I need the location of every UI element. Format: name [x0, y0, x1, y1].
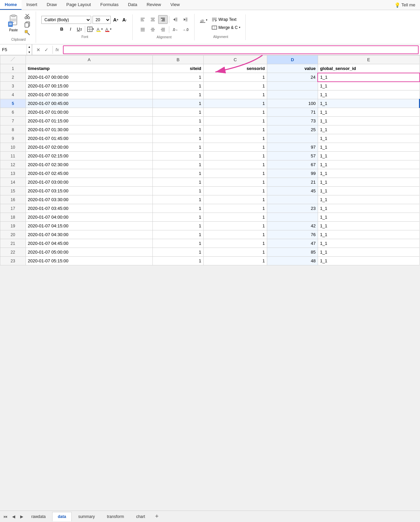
- cell-b3[interactable]: 1: [153, 82, 204, 90]
- cell-e21[interactable]: 1_1: [318, 239, 419, 248]
- cell-a5[interactable]: 2020-01-07 00:45:00: [26, 99, 153, 108]
- cell-a3[interactable]: 2020-01-07 00:15:00: [26, 82, 153, 90]
- cell-c1[interactable]: sensorid: [204, 64, 267, 73]
- cell-d11[interactable]: 57: [267, 152, 318, 160]
- cell-ref-up-arrow[interactable]: ▲: [27, 44, 32, 50]
- cell-d18[interactable]: [267, 213, 318, 222]
- cell-a11[interactable]: 2020-01-07 02:15:00: [26, 152, 153, 160]
- cell-c21[interactable]: 1: [204, 239, 267, 248]
- cell-d22[interactable]: 85: [267, 248, 318, 257]
- col-header-c[interactable]: C: [204, 55, 267, 64]
- italic-button[interactable]: I: [67, 25, 75, 33]
- font-color-button[interactable]: A ▾: [104, 25, 112, 33]
- cell-d20[interactable]: 76: [267, 230, 318, 239]
- cell-a18[interactable]: 2020-01-07 04:00:00: [26, 213, 153, 222]
- cell-e6[interactable]: 1_1: [318, 108, 419, 117]
- cell-e17[interactable]: 1_1: [318, 204, 419, 213]
- cell-e13[interactable]: 1_1: [318, 169, 419, 178]
- cell-e9[interactable]: 1_1: [318, 134, 419, 143]
- indent-decrease-button[interactable]: [171, 15, 180, 24]
- merge-cells-button[interactable]: Merge & C ▾: [209, 24, 243, 31]
- cell-c3[interactable]: 1: [204, 82, 267, 90]
- cell-c8[interactable]: 1: [204, 125, 267, 134]
- cell-ref-down-arrow[interactable]: ▼: [27, 50, 32, 55]
- cell-d1[interactable]: value: [267, 64, 318, 73]
- cell-e4[interactable]: 1_1: [318, 90, 419, 99]
- decrease-decimal-button[interactable]: .0←: [171, 25, 180, 34]
- cell-a21[interactable]: 2020-01-07 04:45:00: [26, 239, 153, 248]
- bold-button[interactable]: B: [58, 25, 66, 33]
- cell-e10[interactable]: 1_1: [318, 143, 419, 152]
- cell-e20[interactable]: 1_1: [318, 230, 419, 239]
- borders-button[interactable]: ▾: [86, 25, 95, 33]
- align-left-text-button[interactable]: [138, 25, 147, 34]
- cell-e5[interactable]: 1_1: [318, 99, 419, 108]
- tab-insert[interactable]: Insert: [22, 0, 42, 10]
- cell-e16[interactable]: 1_1: [318, 195, 419, 204]
- tab-data[interactable]: Data: [123, 0, 142, 10]
- cell-d19[interactable]: 42: [267, 222, 318, 230]
- cell-c10[interactable]: 1: [204, 143, 267, 152]
- cell-d12[interactable]: 67: [267, 160, 318, 169]
- cell-b9[interactable]: 1: [153, 134, 204, 143]
- cell-d8[interactable]: 25: [267, 125, 318, 134]
- cell-d9[interactable]: [267, 134, 318, 143]
- cell-b1[interactable]: siteid: [153, 64, 204, 73]
- tab-draw[interactable]: Draw: [42, 0, 62, 10]
- cell-b13[interactable]: 1: [153, 169, 204, 178]
- cell-b12[interactable]: 1: [153, 160, 204, 169]
- cell-d13[interactable]: 99: [267, 169, 318, 178]
- cell-b6[interactable]: 1: [153, 108, 204, 117]
- cell-e19[interactable]: 1_1: [318, 222, 419, 230]
- tab-page-layout[interactable]: Page Layout: [62, 0, 96, 10]
- align-center-button[interactable]: [148, 15, 158, 24]
- tab-tell-me[interactable]: 💡 Tell me: [390, 0, 420, 10]
- cell-b2[interactable]: 1: [153, 73, 204, 82]
- cell-e11[interactable]: 1_1: [318, 152, 419, 160]
- cell-d6[interactable]: 71: [267, 108, 318, 117]
- cell-d23[interactable]: 48: [267, 257, 318, 265]
- cell-c13[interactable]: 1: [204, 169, 267, 178]
- cell-c15[interactable]: 1: [204, 187, 267, 195]
- col-header-a[interactable]: A: [26, 55, 153, 64]
- align-right-button[interactable]: [158, 15, 168, 24]
- indent-increase-button[interactable]: [181, 15, 190, 24]
- cell-c4[interactable]: 1: [204, 90, 267, 99]
- increase-decimal-button[interactable]: →.0: [181, 25, 190, 34]
- col-header-e[interactable]: E: [318, 55, 419, 64]
- cell-c19[interactable]: 1: [204, 222, 267, 230]
- cell-d4[interactable]: [267, 90, 318, 99]
- cell-d15[interactable]: 45: [267, 187, 318, 195]
- cell-a12[interactable]: 2020-01-07 02:30:00: [26, 160, 153, 169]
- cell-a14[interactable]: 2020-01-07 03:00:00: [26, 178, 153, 187]
- cell-c12[interactable]: 1: [204, 160, 267, 169]
- align-top-left-button[interactable]: [138, 15, 147, 24]
- increase-font-size-button[interactable]: A+: [112, 16, 119, 24]
- cell-e7[interactable]: 1_1: [318, 117, 419, 125]
- cell-a8[interactable]: 2020-01-07 01:30:00: [26, 125, 153, 134]
- cell-c23[interactable]: 1: [204, 257, 267, 265]
- format-painter-button[interactable]: [23, 29, 32, 36]
- highlight-color-button[interactable]: A ▾: [95, 25, 103, 33]
- cell-ref-arrows[interactable]: ▲ ▼: [27, 44, 32, 55]
- cell-a20[interactable]: 2020-01-07 04:30:00: [26, 230, 153, 239]
- copy-button[interactable]: [23, 21, 32, 28]
- cell-b19[interactable]: 1: [153, 222, 204, 230]
- col-header-b[interactable]: B: [153, 55, 204, 64]
- cell-a17[interactable]: 2020-01-07 03:45:00: [26, 204, 153, 213]
- cell-c17[interactable]: 1: [204, 204, 267, 213]
- cell-c2[interactable]: 1: [204, 73, 267, 82]
- cell-d21[interactable]: 47: [267, 239, 318, 248]
- cut-button[interactable]: [23, 13, 32, 20]
- cell-d3[interactable]: [267, 82, 318, 90]
- cell-e18[interactable]: 1_1: [318, 213, 419, 222]
- cell-c6[interactable]: 1: [204, 108, 267, 117]
- tab-view[interactable]: View: [166, 0, 184, 10]
- cell-b7[interactable]: 1: [153, 117, 204, 125]
- underline-button[interactable]: U ▾: [75, 25, 83, 33]
- tab-review[interactable]: Review: [142, 0, 166, 10]
- formula-input[interactable]: [63, 45, 419, 54]
- cell-e3[interactable]: 1_1: [318, 82, 419, 90]
- tab-home[interactable]: Home: [0, 0, 22, 10]
- cell-c18[interactable]: 1: [204, 213, 267, 222]
